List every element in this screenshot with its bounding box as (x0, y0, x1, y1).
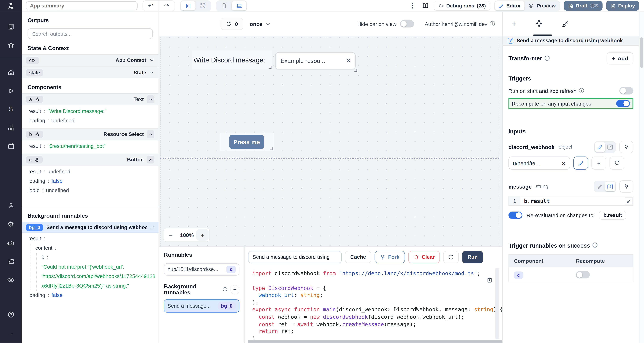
undo-button[interactable]: ↶ (143, 1, 158, 11)
static-mode-button[interactable] (595, 182, 605, 192)
component-row-a[interactable]: a Text (22, 93, 158, 105)
mobile-view-button[interactable] (217, 1, 232, 10)
clear-selection-icon[interactable]: × (346, 57, 350, 65)
press-me-button[interactable]: Press me (229, 135, 264, 149)
info-icon[interactable]: ⓘ (592, 242, 598, 249)
nav-workers-button[interactable] (7, 239, 15, 247)
page-scrollbar[interactable] (639, 12, 644, 343)
desktop-view-button[interactable] (232, 1, 246, 10)
help-button[interactable] (7, 311, 15, 319)
hide-bar-toggle[interactable] (400, 20, 414, 28)
clear-button[interactable]: Clear (408, 251, 440, 264)
collapse-rail-button[interactable]: → (7, 329, 15, 337)
chevron-up-icon[interactable] (147, 156, 154, 164)
background-runnable-row[interactable]: bg_0 Send a message to discord using web… (22, 222, 158, 233)
component-row-c[interactable]: c Button (22, 154, 158, 166)
edit-pencil-icon[interactable] (150, 225, 154, 230)
eval-mode-button[interactable]: f (605, 142, 615, 152)
zoom-out-button[interactable]: − (164, 232, 178, 238)
run-on-start-toggle[interactable] (620, 87, 634, 94)
resource-select-value: Example resou... (280, 58, 325, 64)
run-button[interactable]: Run (462, 251, 483, 264)
nav-variables-button[interactable]: $ (7, 105, 15, 113)
refresh-code-button[interactable] (443, 251, 459, 264)
docs-button[interactable] (421, 2, 430, 9)
message-expression-editor[interactable]: 1 b.result (508, 196, 634, 206)
refresh-resource-button[interactable] (610, 156, 624, 170)
fork-button[interactable]: Fork (374, 251, 405, 264)
resource-picker[interactable]: u/henri/te... × (508, 156, 570, 170)
resize-handle[interactable] (269, 66, 272, 68)
chevron-down-icon[interactable] (149, 70, 154, 75)
output-row-ctx[interactable]: ctx App Context (22, 54, 158, 66)
runnable-name-input[interactable] (248, 251, 342, 264)
app-summary-input[interactable] (26, 1, 138, 10)
tab-editor[interactable]: Editor (495, 1, 524, 10)
resize-handle[interactable] (354, 69, 357, 72)
clear-resource-icon[interactable]: × (562, 160, 566, 166)
nav-schedules-button[interactable] (7, 142, 15, 150)
info-icon[interactable]: ⓘ (223, 287, 227, 292)
info-icon[interactable]: ⓘ (579, 87, 584, 94)
tab-component-settings[interactable] (534, 20, 543, 28)
search-outputs-input[interactable] (28, 28, 153, 39)
input2-name: message (508, 183, 532, 190)
code-editor[interactable]: import discordwebhook from "https://deno… (248, 268, 502, 343)
copy-code-icon[interactable] (487, 278, 492, 283)
tab-styling[interactable] (561, 20, 569, 28)
nav-workspace-button[interactable] (7, 23, 15, 31)
row-recompute-toggle[interactable] (576, 271, 590, 278)
runnable-item[interactable]: hub/1511/discord/se... c (164, 264, 240, 276)
debug-runs-button[interactable]: Debug runs (23) (434, 1, 490, 11)
code-horizontal-scrollbar[interactable] (248, 340, 502, 343)
info-icon[interactable]: ⓘ (490, 20, 495, 27)
add-resource-button[interactable]: + (592, 156, 606, 170)
app-canvas[interactable]: Write Discord message: Example resou... … (159, 36, 502, 246)
draft-button[interactable]: Draft ⌘S (564, 1, 602, 11)
input2-connect-button[interactable] (620, 180, 634, 192)
expand-editor-button[interactable] (625, 197, 632, 205)
nav-settings-button[interactable]: ⚙ (7, 220, 15, 228)
zoom-in-button[interactable]: + (196, 229, 209, 240)
tab-preview[interactable]: Preview (524, 1, 559, 10)
code-vertical-scrollbar[interactable] (495, 268, 499, 339)
recompute-toggle[interactable] (616, 100, 630, 107)
chevron-down-icon[interactable] (149, 58, 154, 63)
add-transformer-button[interactable]: + Add (607, 52, 634, 64)
nav-runs-button[interactable] (7, 86, 15, 95)
reeval-toggle[interactable] (508, 212, 522, 219)
output-row-state[interactable]: state State (22, 66, 158, 78)
input1-connect-button[interactable] (620, 141, 634, 153)
nav-resources-button[interactable] (7, 124, 15, 132)
info-icon[interactable]: ⓘ (544, 55, 550, 62)
nav-users-button[interactable] (7, 202, 15, 210)
refresh-counter-button[interactable]: 0 (220, 18, 243, 30)
component-row-b[interactable]: b Resource Select (22, 128, 158, 140)
eval-mode-button[interactable]: f (605, 182, 615, 192)
text-component[interactable]: Write Discord message: (192, 50, 272, 70)
resize-handle[interactable] (270, 148, 273, 150)
nav-folders-button[interactable] (7, 257, 15, 266)
button-component[interactable]: Press me (220, 133, 274, 151)
chevron-up-icon[interactable] (147, 130, 154, 138)
resource-select-component[interactable]: Example resou... × (275, 52, 358, 73)
chevron-up-icon[interactable] (147, 95, 154, 103)
centered-layout-button[interactable] (181, 1, 196, 10)
tab-insert-component[interactable]: + (512, 19, 516, 28)
scrollbar-thumb[interactable] (640, 38, 643, 68)
bg-runnable-item-selected[interactable]: Send a message... bg_0 (164, 300, 240, 313)
nav-favorites-button[interactable] (7, 41, 15, 49)
fullscreen-button[interactable] (196, 1, 210, 10)
more-menu-button[interactable]: ⋮ (408, 2, 417, 10)
nav-home-button[interactable] (7, 68, 15, 76)
deploy-button[interactable]: Deploy (606, 1, 639, 11)
nav-audit-button[interactable] (7, 276, 15, 284)
edit-resource-button[interactable] (573, 156, 588, 170)
cache-button[interactable]: Cache (345, 251, 371, 264)
add-bg-runnable-button[interactable]: + (230, 285, 240, 294)
reeval-target-pill[interactable]: b.result (599, 211, 626, 220)
windmill-logo[interactable] (0, 0, 22, 12)
static-mode-button[interactable] (595, 142, 605, 152)
redo-button[interactable]: ↷ (159, 1, 174, 11)
frequency-dropdown[interactable]: once (250, 21, 270, 27)
